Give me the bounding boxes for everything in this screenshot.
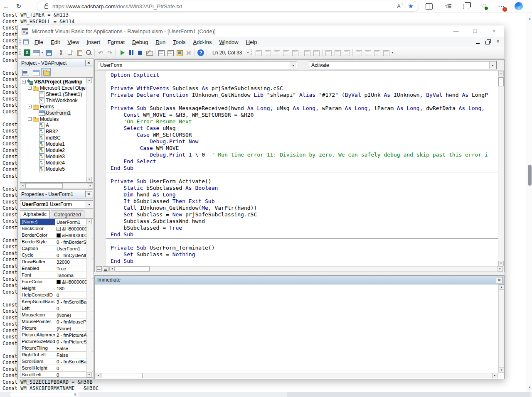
- expander-icon[interactable]: -: [28, 117, 32, 121]
- scroll-up-icon[interactable]: ▲: [499, 284, 504, 290]
- code-hscrollbar[interactable]: ◄ ►: [109, 266, 503, 272]
- indent-icon[interactable]: [303, 49, 311, 57]
- split-screen-icon[interactable]: [424, 1, 434, 11]
- expander-icon[interactable]: -: [22, 80, 26, 83]
- property-row-picture[interactable]: Picture(None): [20, 325, 93, 332]
- property-row-drawbuffer[interactable]: DrawBuffer32000: [20, 259, 93, 265]
- break-icon[interactable]: [127, 49, 135, 57]
- project-explorer-icon[interactable]: [157, 49, 165, 57]
- reset-icon[interactable]: [136, 49, 144, 57]
- comment-block-icon[interactable]: [333, 49, 342, 57]
- property-row-helpcontextid[interactable]: HelpContextID0: [20, 292, 93, 299]
- property-row-mouseicon[interactable]: MouseIcon(None): [20, 312, 93, 319]
- menu-file[interactable]: File: [31, 38, 47, 47]
- menu-window[interactable]: Window: [216, 38, 241, 47]
- menu-insert[interactable]: Insert: [83, 38, 103, 47]
- project-tree[interactable]: -VBAProject (RawInp-Microsoft Excel Obje…: [20, 77, 93, 183]
- tree-item-microsoftexcelobje[interactable]: -Microsoft Excel Obje: [20, 85, 93, 91]
- list-constants-icon[interactable]: [264, 49, 272, 57]
- code-vscrollbar[interactable]: ▲ ▼: [498, 71, 504, 266]
- tree-item-module5[interactable]: Module5: [20, 166, 93, 172]
- view-object-icon[interactable]: [32, 49, 40, 57]
- tree-item-sheet1sheet1[interactable]: Sheet1 (Sheet1): [20, 91, 93, 97]
- chevron-down-icon[interactable]: ▼: [86, 201, 92, 208]
- procedure-view-icon[interactable]: [96, 266, 102, 272]
- toolbar-overflow-icon[interactable]: ▾: [247, 51, 249, 54]
- scroll-right-icon[interactable]: ►: [88, 183, 93, 189]
- property-row-caption[interactable]: CaptionUserForm1: [20, 245, 93, 252]
- undo-icon[interactable]: [96, 49, 105, 57]
- run-icon[interactable]: [118, 49, 126, 57]
- mdi-restore-button[interactable]: [485, 39, 491, 45]
- property-row-picturesizemod[interactable]: PictureSizeMod0 - fmPictureS: [20, 338, 93, 345]
- property-row-mousepointer[interactable]: MousePointer0 - fmMouseP: [20, 319, 93, 325]
- tree-item-module2[interactable]: Module2: [20, 147, 93, 153]
- scroll-up-icon[interactable]: ▲: [527, 17, 532, 20]
- tree-item-userform1[interactable]: UserForm1: [20, 110, 93, 116]
- project-tree-vscrollbar[interactable]: ▲ ▼: [86, 78, 92, 182]
- immediate-input[interactable]: [95, 284, 504, 373]
- close-button[interactable]: ×: [485, 25, 504, 37]
- scrollbar-thumb[interactable]: [115, 266, 150, 272]
- scroll-up-icon[interactable]: ▲: [86, 219, 92, 224]
- browser-scrollbar[interactable]: ▲ ▼: [527, 13, 532, 392]
- toolbox-icon[interactable]: [185, 49, 193, 57]
- properties-close-icon[interactable]: ✕: [85, 191, 92, 197]
- view-object-icon[interactable]: [31, 68, 40, 76]
- code-text[interactable]: Option ExplicitPrivate WithEvents Subcla…: [106, 72, 498, 266]
- menu-view[interactable]: View: [64, 38, 82, 47]
- property-row-picturetiling[interactable]: PictureTilingFalse: [20, 345, 93, 352]
- favorite-star-icon[interactable]: ★: [408, 2, 414, 10]
- view-code-icon[interactable]: [20, 68, 30, 76]
- mdi-close-button[interactable]: ×: [495, 39, 501, 45]
- expander-icon[interactable]: -: [28, 105, 32, 108]
- menu-help[interactable]: Help: [243, 38, 261, 47]
- minimize-button[interactable]: —: [446, 25, 466, 37]
- project-panel-titlebar[interactable]: Project - VBAProject ✕: [19, 59, 93, 67]
- paste-icon[interactable]: [75, 49, 84, 57]
- scroll-down-icon[interactable]: ▼: [498, 261, 504, 266]
- back-icon[interactable]: ←: [0, 2, 12, 10]
- outdent-icon[interactable]: [312, 49, 320, 57]
- menu-addins[interactable]: Add-Ins: [190, 38, 215, 47]
- tree-item-bb32[interactable]: BB32: [20, 128, 93, 135]
- property-row-cycle[interactable]: Cycle0 - fmCycleAll: [20, 252, 93, 259]
- property-row-picturealignmen[interactable]: PictureAlignmen2 - fmPictureA: [20, 332, 93, 338]
- redo-icon[interactable]: [106, 49, 114, 57]
- toggle-folders-icon[interactable]: [41, 68, 51, 76]
- tree-item-vbaprojectrawinp[interactable]: -VBAProject (RawInp: [20, 78, 93, 85]
- save-icon[interactable]: [45, 49, 53, 57]
- tree-item-a[interactable]: A: [20, 122, 93, 128]
- menu-run[interactable]: Run: [152, 38, 169, 47]
- settings-more-icon[interactable]: ⋯↑: [496, 1, 506, 11]
- taskbar-search[interactable]: [10, 392, 79, 397]
- code-editor[interactable]: Option ExplicitPrivate WithEvents Subcla…: [95, 71, 504, 266]
- immediate-vscrollbar[interactable]: ▲ ▼: [498, 284, 504, 373]
- property-row-scrollleft[interactable]: ScrollLeft0: [20, 372, 93, 378]
- object-browser-icon[interactable]: [175, 49, 184, 57]
- scrollbar-thumb[interactable]: [101, 373, 143, 378]
- tree-item-module4[interactable]: Module4: [20, 159, 93, 166]
- complete-word-icon[interactable]: [291, 49, 299, 57]
- menu-debug[interactable]: Debug: [129, 38, 151, 47]
- copy-icon[interactable]: [66, 49, 74, 57]
- property-row-name[interactable]: (Name)UserForm1: [20, 219, 93, 225]
- property-row-enabled[interactable]: EnabledTrue: [20, 265, 93, 272]
- toggle-bookmark-icon[interactable]: [355, 49, 363, 57]
- scroll-down-icon[interactable]: ▼: [499, 368, 504, 373]
- edit-toolbar-grip[interactable]: [251, 49, 252, 56]
- scroll-left-icon[interactable]: ◄: [96, 373, 101, 378]
- design-mode-icon[interactable]: [145, 49, 153, 57]
- copilot-icon[interactable]: [514, 1, 524, 11]
- userform-code-window-icon[interactable]: [23, 39, 29, 44]
- menu-edit[interactable]: Edit: [47, 38, 63, 47]
- scroll-right-icon[interactable]: ►: [492, 373, 498, 378]
- tree-item-module1[interactable]: Module1: [20, 141, 93, 147]
- procedure-dropdown[interactable]: Activate ▼: [309, 61, 497, 69]
- scroll-up-icon[interactable]: ▲: [86, 78, 92, 83]
- find-icon[interactable]: [84, 49, 93, 57]
- tree-item-modules[interactable]: -Modules: [20, 116, 93, 122]
- browser-essentials-icon[interactable]: ♡: [479, 1, 489, 11]
- full-module-view-icon[interactable]: [103, 266, 108, 272]
- scrollbar-thumb[interactable]: [498, 77, 504, 86]
